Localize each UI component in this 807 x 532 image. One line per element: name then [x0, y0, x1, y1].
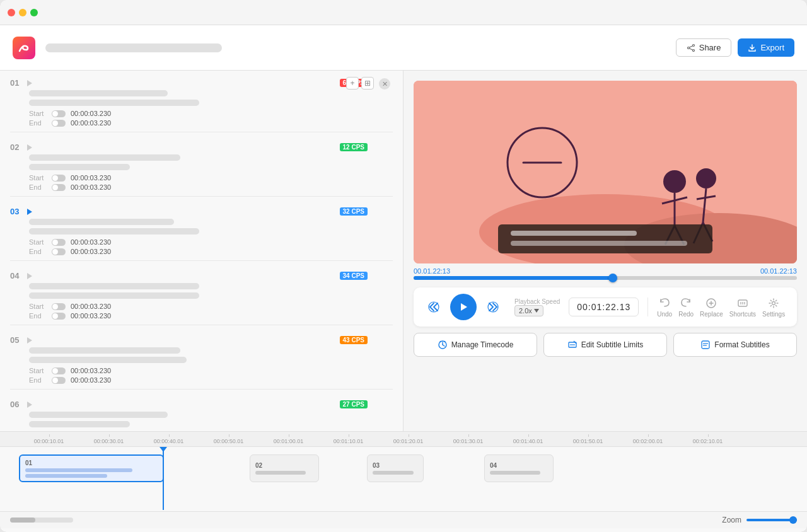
- text-line: [29, 100, 199, 106]
- subtitle-text-lines: [29, 412, 393, 427]
- add-above-button[interactable]: +: [346, 77, 359, 90]
- subtitle-times: Start 00:00:03.230 End 00:00:03.230: [29, 367, 393, 384]
- svg-line-3: [689, 45, 692, 47]
- text-line: [29, 219, 174, 225]
- cps-badge: 34 CPS: [340, 272, 368, 280]
- manage-timecode-button[interactable]: Manage Timecode: [414, 333, 537, 357]
- settings-button[interactable]: Settings: [762, 297, 785, 318]
- play-button[interactable]: [450, 294, 477, 320]
- rewind-icon: [427, 301, 440, 313]
- app-window: Share Export ✕ 01: [0, 0, 807, 532]
- subtitle-item: 04 34 CPS Start 00:00:03.230: [10, 271, 393, 325]
- play-icon: [458, 301, 469, 313]
- svg-line-4: [689, 48, 692, 49]
- header: Share Export: [0, 25, 807, 71]
- logo: [13, 37, 35, 59]
- close-item-button[interactable]: ✕: [379, 78, 390, 90]
- time-toggle-end[interactable]: [52, 377, 66, 384]
- time-row-start: Start 00:00:03.230: [29, 110, 393, 117]
- format-subtitles-button[interactable]: Format Subtitles: [673, 333, 797, 357]
- maximize-traffic-light[interactable]: [30, 9, 38, 16]
- video-time-bar: 00.01.22:13 00.01.22:13: [414, 267, 797, 275]
- svg-rect-27: [498, 224, 712, 253]
- share-icon: [687, 43, 695, 52]
- replace-button[interactable]: Replace: [700, 297, 723, 318]
- redo-button[interactable]: Redo: [678, 297, 694, 318]
- block-text-line: [490, 471, 540, 475]
- time-row-start: Start 00:00:03.230: [29, 238, 393, 246]
- timecode-display: 00:01:22.13: [569, 298, 639, 316]
- timeline-block[interactable]: 02: [250, 454, 319, 482]
- settings-label: Settings: [762, 311, 785, 318]
- timeline-block[interactable]: 04: [484, 454, 554, 482]
- shortcuts-button[interactable]: Shortcuts: [729, 297, 756, 318]
- time-row-end: End 00:00:03.230: [29, 119, 393, 127]
- scrollbar-track[interactable]: [10, 518, 73, 523]
- play-icon: [25, 143, 34, 152]
- divider: [10, 325, 393, 325]
- subtitle-header: 01 60 CPS + ⊞: [10, 78, 393, 88]
- time-toggle-start[interactable]: [52, 367, 66, 374]
- progress-fill: [414, 276, 613, 280]
- waveform-svg: // Generate waveform bars for(let i=0;i<…: [19, 489, 775, 511]
- svg-point-22: [696, 168, 716, 188]
- time-toggle-end[interactable]: [52, 120, 66, 127]
- subtitle-header: 03 32 CPS: [10, 207, 393, 216]
- subtitle-number: 04: [10, 271, 25, 280]
- svg-marker-33: [534, 309, 539, 313]
- playhead-triangle: [160, 447, 167, 452]
- timeline-ruler: 00:00:10.01 00:00:30.01 00:00:40.01 00:0…: [0, 432, 807, 447]
- time-toggle-start[interactable]: [52, 303, 66, 310]
- undo-button[interactable]: Undo: [657, 297, 672, 318]
- text-line: [29, 228, 199, 234]
- rewind-button[interactable]: [424, 297, 444, 317]
- timeline-area: 00:00:10.01 00:00:30.01 00:00:40.01 00:0…: [0, 431, 807, 532]
- share-button[interactable]: Share: [676, 38, 732, 57]
- add-below-button[interactable]: ⊞: [361, 77, 374, 90]
- video-scene: [414, 81, 797, 263]
- edit-subtitle-limits-button[interactable]: Edit Subtitle Limits: [543, 333, 667, 357]
- minimize-traffic-light[interactable]: [19, 9, 26, 16]
- block-number: 01: [25, 460, 158, 466]
- video-progress-bar[interactable]: [414, 276, 797, 280]
- speed-badge[interactable]: 2.0x: [514, 305, 543, 316]
- fast-forward-button[interactable]: [483, 297, 503, 317]
- time-row-end: End 00:00:03.230: [29, 248, 393, 255]
- time-toggle-end[interactable]: [52, 248, 66, 255]
- zoom-thumb: [789, 516, 797, 524]
- scrollbar-thumb: [10, 518, 35, 523]
- ruler-mark: 00:00:40.01: [139, 438, 199, 444]
- speed-label: Playback Speed: [514, 298, 560, 305]
- block-number: 04: [490, 462, 548, 469]
- time-current: 00.01.22:13: [414, 267, 450, 275]
- header-actions: Share Export: [676, 38, 794, 57]
- svg-marker-5: [27, 80, 32, 86]
- subtitle-item: 05 43 CPS Start 00:00:03.230: [10, 335, 393, 390]
- zoom-slider[interactable]: [746, 519, 797, 521]
- settings-icon: [767, 297, 780, 309]
- speed-section: Playback Speed 2.0x: [514, 298, 560, 316]
- playback-controls: Playback Speed 2.0x 00:01:22.13: [414, 287, 797, 327]
- time-toggle-start[interactable]: [52, 239, 66, 246]
- timeline-block[interactable]: 03: [367, 454, 424, 482]
- timeline-block[interactable]: 01: [19, 454, 164, 482]
- subtitle-text-lines: [29, 219, 393, 234]
- subtitle-item: 06 27 CPS Start 00:00:03.230: [10, 400, 393, 431]
- export-icon: [748, 43, 757, 52]
- export-button[interactable]: Export: [738, 38, 794, 57]
- time-toggle-end[interactable]: [52, 313, 66, 320]
- close-traffic-light[interactable]: [8, 9, 15, 16]
- ruler-mark: 00:01:50.01: [558, 438, 618, 444]
- svg-point-41: [772, 301, 775, 304]
- time-toggle-start[interactable]: [52, 175, 66, 182]
- time-row-end: End 00:00:03.230: [29, 183, 393, 191]
- svg-marker-31: [461, 303, 467, 311]
- time-toggle-end[interactable]: [52, 184, 66, 191]
- ruler-mark: 00:01:20.01: [378, 438, 438, 444]
- time-toggle-start[interactable]: [52, 110, 66, 117]
- video-container: [414, 81, 797, 263]
- chevron-down-icon: [534, 309, 539, 313]
- redo-label: Redo: [678, 311, 694, 318]
- svg-marker-7: [27, 209, 32, 215]
- subtitle-times: Start 00:00:03.230 End 00:00:03.230: [29, 238, 393, 255]
